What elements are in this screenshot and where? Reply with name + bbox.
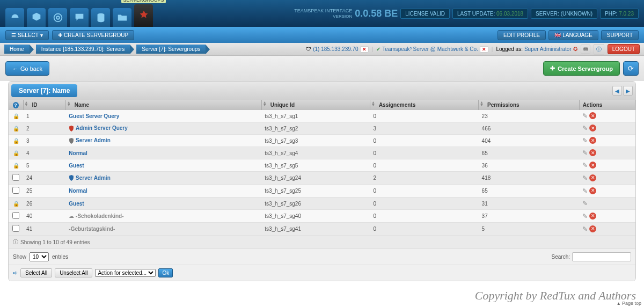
bulk-action-select[interactable]: Action for selected... bbox=[95, 269, 156, 277]
col-perm[interactable]: ▲▼Permissions bbox=[479, 100, 580, 110]
instance-link[interactable]: (1) 185.133.239.70 bbox=[313, 46, 358, 52]
edit-icon[interactable]: ✎ bbox=[582, 174, 588, 182]
name-link[interactable]: Admin Server Query bbox=[76, 125, 128, 131]
top-header: TEAMSPEAK INTERFACE VERSION 0.0.58 BE LI… bbox=[0, 0, 644, 27]
delete-icon[interactable]: ✕ bbox=[589, 174, 596, 181]
logged-user[interactable]: Super Administrator bbox=[524, 46, 572, 52]
delete-icon[interactable]: ✕ bbox=[589, 112, 596, 119]
refresh-button[interactable]: ⟳ bbox=[623, 61, 639, 76]
select-all-button[interactable]: Select All bbox=[20, 268, 52, 277]
server-info: ✔ Teamspeak³ Server @ Machtwerk & Co. ✕ bbox=[376, 46, 488, 53]
edit-icon[interactable]: ✎ bbox=[582, 112, 588, 120]
edit-icon[interactable]: ✎ bbox=[582, 149, 588, 157]
crumb-server[interactable]: Server [7]: Servergroups bbox=[136, 45, 206, 54]
cell-perm: 37 bbox=[479, 210, 580, 223]
nav-database-icon[interactable] bbox=[91, 8, 110, 27]
edit-icon[interactable]: ✎ bbox=[582, 225, 588, 233]
nav-chat-icon[interactable] bbox=[70, 8, 89, 27]
name-link[interactable]: Server Admin bbox=[76, 175, 111, 181]
edit-icon[interactable]: ✎ bbox=[582, 137, 588, 144]
name-link[interactable]: Guest Server Query bbox=[69, 113, 119, 119]
table-row: 24 Server Admin ts3_h_s7_sg24 2 418 ✎✕ bbox=[9, 172, 635, 185]
go-back-button[interactable]: ← Go back bbox=[5, 61, 49, 76]
panel-prev-icon[interactable]: ◀ bbox=[612, 86, 622, 96]
edit-profile-button[interactable]: EDIT PROFILE bbox=[497, 30, 546, 40]
col-id[interactable]: ▲▼ID bbox=[23, 100, 65, 110]
delete-icon[interactable]: ✕ bbox=[589, 137, 596, 144]
nav-target-icon[interactable] bbox=[48, 8, 67, 27]
delete-icon[interactable]: ✕ bbox=[589, 187, 596, 194]
product-name: TEAMSPEAK INTERFACE bbox=[294, 8, 352, 14]
edit-icon[interactable]: ✎ bbox=[582, 187, 588, 195]
top-nav-icons bbox=[5, 0, 153, 27]
panel-header: Server [7]: Name ◀ ▶ bbox=[9, 82, 635, 100]
table-controls: Show 10 entries Search: bbox=[9, 248, 635, 265]
lock-icon: 🔒 bbox=[13, 163, 19, 169]
row-checkbox[interactable] bbox=[12, 174, 19, 181]
select-button[interactable]: ☰ SELECT ▾ bbox=[5, 30, 49, 40]
cell-uid: ts3_h_s7_sg25 bbox=[261, 185, 370, 198]
info-icon[interactable]: ⓘ bbox=[594, 44, 604, 55]
delete-icon[interactable]: ✕ bbox=[589, 125, 596, 131]
crumb-instance[interactable]: Instance [185.133.239.70]: Servers bbox=[36, 45, 130, 54]
arrow-icon: ➪ bbox=[13, 269, 18, 276]
nav-dashboard-icon[interactable] bbox=[5, 8, 24, 27]
cell-assign: 0 bbox=[370, 159, 478, 172]
logout-button[interactable]: LOGOUT bbox=[608, 44, 640, 54]
table-row: 🔒 3 Server Admin ts3_h_s7_sg3 0 404 ✎✕ bbox=[9, 135, 635, 147]
unselect-all-button[interactable]: Unselect All bbox=[55, 268, 92, 277]
edit-icon[interactable]: ✎ bbox=[582, 125, 588, 132]
product-info: TEAMSPEAK INTERFACE VERSION bbox=[294, 8, 352, 19]
name-link[interactable]: Guest bbox=[69, 201, 84, 207]
name-link[interactable]: Normal bbox=[69, 188, 87, 194]
lock-icon: 🔒 bbox=[13, 138, 19, 144]
cell-perm: 466 bbox=[479, 122, 580, 135]
nav-cube-icon[interactable] bbox=[27, 8, 46, 27]
nav-folder-icon[interactable] bbox=[113, 8, 131, 27]
server-badge: SERVER: (UNKNOWN) bbox=[531, 9, 597, 19]
create-servergroup-toolbar-button[interactable]: ✚ CREATE SERVERGROUP bbox=[52, 30, 134, 40]
close-server-icon[interactable]: ✕ bbox=[480, 46, 488, 53]
name-link[interactable]: -Geburtstagskind- bbox=[69, 226, 115, 232]
delete-icon[interactable]: ✕ bbox=[589, 162, 596, 169]
cell-perm: 404 bbox=[479, 135, 580, 147]
support-button[interactable]: SUPPORT bbox=[601, 30, 639, 40]
delete-icon[interactable]: ✕ bbox=[589, 149, 596, 156]
delete-icon[interactable]: ✕ bbox=[589, 225, 596, 232]
name-link[interactable]: -Schokoladenkind- bbox=[76, 213, 123, 219]
edit-icon[interactable]: ✎ bbox=[582, 200, 588, 207]
crumb-home[interactable]: Home bbox=[4, 45, 30, 54]
cell-assign: 0 bbox=[370, 185, 478, 198]
create-servergroup-button[interactable]: ✚ Create Servergroup bbox=[543, 61, 620, 76]
row-checkbox[interactable] bbox=[12, 225, 19, 232]
table-info: ⓘ Showing 1 to 10 of 49 entries bbox=[9, 236, 635, 248]
edit-icon[interactable]: ✎ bbox=[582, 162, 588, 169]
cell-name: Guest Server Query bbox=[65, 110, 261, 122]
cell-assign: 0 bbox=[370, 210, 478, 223]
page-top-link[interactable]: Page top bbox=[617, 301, 641, 306]
row-checkbox[interactable] bbox=[12, 212, 19, 219]
edit-icon[interactable]: ✎ bbox=[582, 213, 588, 220]
search-input[interactable] bbox=[572, 252, 631, 261]
close-instance-icon[interactable]: ✕ bbox=[360, 46, 369, 53]
row-checkbox[interactable] bbox=[12, 187, 19, 194]
delete-icon[interactable]: ✕ bbox=[589, 213, 596, 220]
cell-name: Server Admin bbox=[65, 172, 261, 185]
nav-servergroups-icon[interactable] bbox=[134, 4, 153, 27]
col-uid[interactable]: ▲▼Unique Id bbox=[261, 100, 370, 110]
ok-button[interactable]: Ok bbox=[158, 268, 173, 277]
page-size-select[interactable]: 10 bbox=[30, 252, 49, 261]
panel-next-icon[interactable]: ▶ bbox=[623, 86, 633, 96]
col-checkbox[interactable]: ? bbox=[9, 100, 23, 110]
name-link[interactable]: Guest bbox=[69, 163, 84, 169]
server-link[interactable]: Teamspeak³ Server @ Machtwerk & Co. bbox=[382, 46, 478, 52]
name-link[interactable]: Normal bbox=[69, 150, 87, 156]
col-assign[interactable]: ▲▼Assignements bbox=[370, 100, 478, 110]
mail-icon[interactable]: ✉ bbox=[581, 45, 590, 54]
col-name[interactable]: ▲▼Name bbox=[65, 100, 261, 110]
language-button[interactable]: 🇬🇧 LANGUAGE bbox=[548, 30, 598, 40]
cell-id: 3 bbox=[23, 135, 65, 147]
name-link[interactable]: Server Admin bbox=[76, 137, 111, 143]
cell-uid: ts3_h_s7_sg26 bbox=[261, 198, 370, 210]
cell-perm: 23 bbox=[479, 110, 580, 122]
